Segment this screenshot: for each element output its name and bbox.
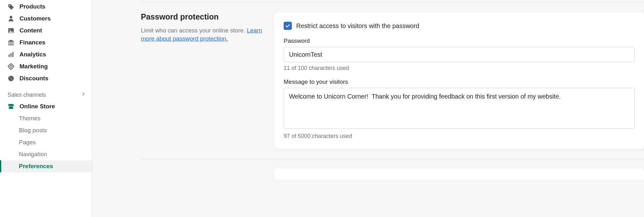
section-desc-text: Limit who can access your online store.: [141, 27, 247, 34]
password-field-group: Password 11 of 100 characters used: [284, 37, 635, 71]
bank-icon: [8, 39, 14, 46]
section-help-text: Limit who can access your online store. …: [141, 26, 268, 43]
next-card: [274, 168, 644, 181]
sidebar-item-analytics[interactable]: Analytics: [0, 49, 92, 60]
message-field-group: Message to your visitors 97 of 5000 char…: [284, 78, 635, 140]
sidebar-subitem-blog-posts[interactable]: Blog posts: [0, 124, 92, 136]
restrict-access-row[interactable]: Restrict access to visitors with the pas…: [284, 22, 635, 30]
sidebar-item-marketing[interactable]: Marketing: [0, 60, 92, 72]
message-label: Message to your visitors: [284, 78, 635, 85]
svg-point-7: [8, 76, 14, 81]
svg-point-6: [10, 66, 12, 68]
message-textarea[interactable]: [284, 88, 635, 129]
sidebar-subitem-preferences[interactable]: Preferences: [0, 160, 92, 172]
sidebar-item-customers[interactable]: Customers: [0, 13, 92, 25]
sidebar-subitem-label: Preferences: [19, 163, 53, 170]
sales-channels-label: Sales channels: [8, 92, 46, 98]
message-helper: 97 of 5000 characters used: [284, 133, 635, 140]
target-icon: [8, 63, 14, 70]
password-protection-section: Password protection Limit who can access…: [141, 12, 644, 149]
person-icon: [8, 15, 14, 22]
sidebar-subitem-navigation[interactable]: Navigation: [0, 148, 92, 160]
svg-point-5: [8, 64, 13, 69]
check-icon: [285, 23, 291, 29]
sidebar-item-label: Marketing: [19, 63, 48, 70]
svg-rect-3: [10, 53, 11, 57]
sidebar-subitem-label: Pages: [19, 139, 36, 146]
tag-icon: [8, 3, 14, 10]
divider: [141, 159, 644, 159]
sidebar-item-discounts[interactable]: Discounts: [0, 72, 92, 84]
restrict-access-checkbox[interactable]: [284, 22, 292, 30]
sidebar-subitem-label: Navigation: [19, 151, 47, 158]
image-icon: [8, 27, 14, 34]
svg-point-1: [9, 29, 10, 30]
section-description: Password protection Limit who can access…: [141, 12, 274, 149]
sidebar-item-label: Customers: [19, 15, 51, 22]
sidebar-item-finances[interactable]: Finances: [0, 37, 92, 49]
sidebar-item-label: Products: [19, 3, 45, 10]
sales-channels-header[interactable]: Sales channels: [0, 84, 92, 100]
password-helper: 11 of 100 characters used: [284, 65, 635, 71]
sidebar-item-content[interactable]: Content: [0, 25, 92, 37]
svg-rect-4: [12, 52, 13, 57]
sidebar-item-products[interactable]: Products: [0, 1, 92, 13]
sidebar-subitem-pages[interactable]: Pages: [0, 136, 92, 148]
sidebar-subitem-label: Themes: [19, 115, 41, 122]
store-icon: [8, 103, 14, 110]
sidebar-item-label: Finances: [19, 39, 45, 46]
sidebar: Products Customers Content Finances Anal: [0, 0, 92, 217]
discount-icon: [8, 75, 14, 82]
section-title: Password protection: [141, 12, 268, 21]
password-label: Password: [284, 37, 635, 44]
sidebar-subitem-themes[interactable]: Themes: [0, 112, 92, 124]
restrict-access-label: Restrict access to visitors with the pas…: [296, 22, 419, 30]
sidebar-subitem-label: Blog posts: [19, 127, 47, 134]
sidebar-item-label: Content: [19, 27, 42, 34]
chevron-right-icon: [81, 91, 86, 99]
main-content: Password protection Limit who can access…: [92, 0, 644, 217]
sidebar-item-label: Online Store: [19, 103, 55, 110]
sidebar-item-online-store[interactable]: Online Store: [0, 100, 92, 112]
sidebar-item-label: Discounts: [19, 75, 48, 82]
sidebar-item-label: Analytics: [19, 51, 46, 58]
password-input[interactable]: [284, 47, 635, 62]
password-card: Restrict access to visitors with the pas…: [274, 12, 644, 149]
bar-chart-icon: [8, 51, 14, 58]
svg-rect-2: [8, 54, 9, 57]
divider: [141, 2, 644, 2]
